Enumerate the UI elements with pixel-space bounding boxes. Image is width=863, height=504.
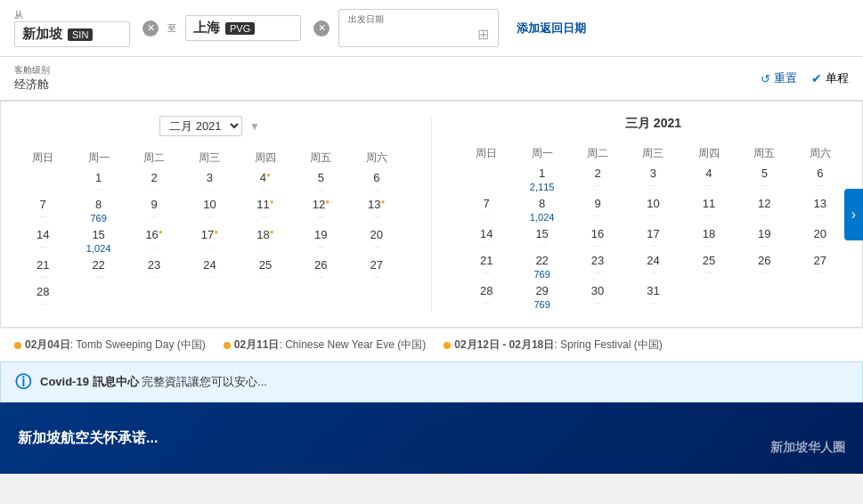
calendar-day[interactable]: 10··· xyxy=(182,196,237,226)
calendar-day[interactable]: 14··· xyxy=(15,226,70,256)
calendar-day[interactable]: 11··· xyxy=(238,196,293,226)
calendar-day[interactable]: 22769 xyxy=(514,252,569,282)
calendar-day[interactable]: 5··· xyxy=(737,165,792,195)
feb-header: 二月 2021 ▼ xyxy=(15,116,404,136)
brand-watermark: 新加坡华人圈 xyxy=(770,440,845,456)
calendar-day[interactable]: 3··· xyxy=(625,165,680,195)
calendar-day[interactable]: 10··· xyxy=(625,195,680,225)
calendar-day xyxy=(70,283,126,310)
calendar-day[interactable]: 15··· xyxy=(514,225,569,252)
departure-field-inner: ⊞ xyxy=(348,26,489,43)
holiday-text: 02月04日: Tomb Sweeping Day (中国) xyxy=(25,337,206,353)
calendar-day[interactable]: 23··· xyxy=(126,256,182,283)
calendar-panel: 二月 2021 ▼ 周日周一周二周三周四周五周六 1···2···3···4··… xyxy=(0,101,863,328)
calendar-day[interactable]: 12··· xyxy=(293,196,348,226)
reset-icon: ↺ xyxy=(761,72,770,85)
calendar-day[interactable]: 20··· xyxy=(349,226,404,256)
calendar-day[interactable]: 13··· xyxy=(349,196,404,226)
calendar-day[interactable]: 6··· xyxy=(349,169,404,196)
calendar-day[interactable]: 4··· xyxy=(238,169,293,196)
calendar-day[interactable]: 30··· xyxy=(570,282,625,313)
calendar-day[interactable]: 31··· xyxy=(625,282,680,313)
calendar-day xyxy=(459,165,514,195)
calendar-day[interactable]: 26··· xyxy=(737,252,792,282)
calendar-day[interactable]: 21··· xyxy=(459,252,514,282)
calendar-day[interactable]: 151,024 xyxy=(70,226,126,256)
calendar-day[interactable]: 25··· xyxy=(238,256,293,283)
add-return-date-button[interactable]: 添加返回日期 xyxy=(508,20,595,37)
calendar-day[interactable]: 29769 xyxy=(514,282,569,313)
calendar-day[interactable]: 27··· xyxy=(793,252,848,282)
calendar-day[interactable]: 12,115 xyxy=(514,165,569,195)
cabin-value: 经济舱 xyxy=(14,77,50,93)
calendar-day[interactable]: 2··· xyxy=(570,165,625,195)
calendar-day[interactable]: 3··· xyxy=(182,169,237,196)
feb-month-select[interactable]: 二月 2021 xyxy=(159,116,242,136)
calendar-day[interactable]: 5··· xyxy=(293,169,348,196)
calendar-day[interactable]: 28··· xyxy=(15,283,70,310)
holiday-item: 02月12日 - 02月18日: Spring Festival (中国) xyxy=(444,337,662,353)
info-title: Covid-19 訊息中心 xyxy=(40,375,139,388)
calendar-day[interactable]: 18··· xyxy=(238,226,293,256)
calendar-day xyxy=(126,283,182,310)
calendar-day[interactable]: 24··· xyxy=(625,252,680,282)
calendar-day[interactable]: 22··· xyxy=(70,256,126,283)
oneway-checkbox[interactable]: ✔ 单程 xyxy=(811,70,849,86)
calendar-icon: ⊞ xyxy=(477,26,489,43)
calendar-day[interactable]: 14··· xyxy=(459,225,514,252)
calendar-day[interactable]: 81,024 xyxy=(514,195,569,225)
holiday-item: 02月11日: Chinese New Year Eve (中国) xyxy=(224,337,426,353)
calendar-day[interactable]: 1··· xyxy=(70,169,126,196)
from-city-code: SIN xyxy=(68,28,93,41)
calendar-day[interactable]: 7··· xyxy=(15,196,70,226)
calendar-day[interactable]: 25··· xyxy=(681,252,737,282)
calendar-day[interactable]: 9··· xyxy=(126,196,182,226)
to-field-group: 上海 PVG xyxy=(185,15,301,41)
calendar-day[interactable]: 2··· xyxy=(126,169,182,196)
calendar-day[interactable]: 9··· xyxy=(570,195,625,225)
calendar-day[interactable]: 12··· xyxy=(737,195,792,225)
from-city-name: 新加坡 xyxy=(22,26,62,43)
calendar-day[interactable]: 28··· xyxy=(459,282,514,313)
next-month-button[interactable]: › xyxy=(844,189,863,240)
oneway-label: 单程 xyxy=(826,70,849,86)
departure-date-field[interactable]: 出发日期 ⊞ xyxy=(338,9,499,47)
cabin-label: 客舱级别 xyxy=(14,64,50,77)
calendar-day[interactable]: 4··· xyxy=(681,165,737,195)
holiday-item: 02月04日: Tomb Sweeping Day (中国) xyxy=(14,337,206,353)
weekday-header: 周三 xyxy=(182,147,237,169)
departure-label: 出发日期 xyxy=(348,13,489,26)
calendar-day[interactable]: 26··· xyxy=(293,256,348,283)
weekday-header: 周日 xyxy=(459,142,514,165)
calendar-day[interactable]: 7··· xyxy=(459,195,514,225)
calendar-day[interactable]: 11··· xyxy=(681,195,737,225)
calendar-day[interactable]: 20··· xyxy=(793,225,848,252)
clear-to-button[interactable]: ✕ xyxy=(313,20,330,37)
calendar-day[interactable]: 19··· xyxy=(293,226,348,256)
from-city-input[interactable]: 新加坡 SIN xyxy=(14,21,130,47)
weekday-header: 周日 xyxy=(15,147,70,169)
weekday-header: 周四 xyxy=(681,142,737,165)
reset-link[interactable]: ↺ 重置 xyxy=(761,70,797,86)
calendar-day[interactable]: 21··· xyxy=(15,256,70,283)
weekday-header: 周五 xyxy=(293,147,348,169)
calendar-day[interactable]: 13··· xyxy=(793,195,848,225)
clear-from-button[interactable]: ✕ xyxy=(142,20,159,37)
calendar-day[interactable]: 17··· xyxy=(625,225,680,252)
calendar-day xyxy=(15,169,70,196)
to-city-input[interactable]: 上海 PVG xyxy=(185,15,301,41)
second-bar: 客舱级别 经济舱 ↺ 重置 ✔ 单程 xyxy=(0,57,863,101)
top-bar: 从 新加坡 SIN ✕ 至 上海 PVG ✕ 出发日期 ⊞ 添加返回日期 xyxy=(0,0,863,57)
calendar-day[interactable]: 27··· xyxy=(349,256,404,283)
from-label: 从 xyxy=(14,9,130,21)
calendar-day[interactable]: 16··· xyxy=(570,225,625,252)
calendar-day[interactable]: 24··· xyxy=(182,256,237,283)
calendar-day[interactable]: 19··· xyxy=(737,225,792,252)
calendar-day[interactable]: 8769 xyxy=(70,196,126,226)
calendar-day[interactable]: 17··· xyxy=(182,226,237,256)
holiday-text: 02月12日 - 02月18日: Spring Festival (中国) xyxy=(454,337,662,353)
calendar-day[interactable]: 23··· xyxy=(570,252,625,282)
calendar-day[interactable]: 16··· xyxy=(126,226,182,256)
calendar-day[interactable]: 6··· xyxy=(793,165,848,195)
calendar-day[interactable]: 18··· xyxy=(681,225,737,252)
